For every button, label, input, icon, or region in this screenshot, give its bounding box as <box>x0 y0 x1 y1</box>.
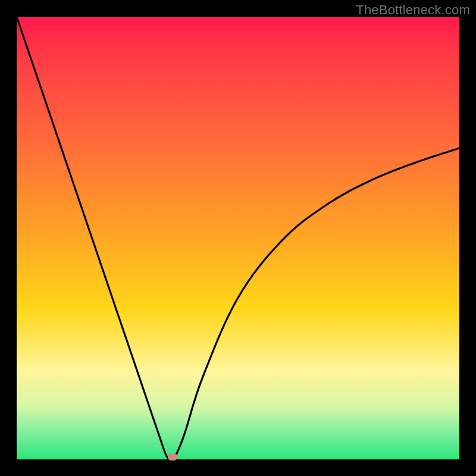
chart-stage: TheBottleneck.com <box>0 0 476 476</box>
optimum-marker <box>168 453 177 461</box>
watermark-text: TheBottleneck.com <box>356 2 470 18</box>
plot-area <box>17 17 459 459</box>
curve-svg <box>17 17 459 459</box>
curve-path <box>17 17 459 459</box>
